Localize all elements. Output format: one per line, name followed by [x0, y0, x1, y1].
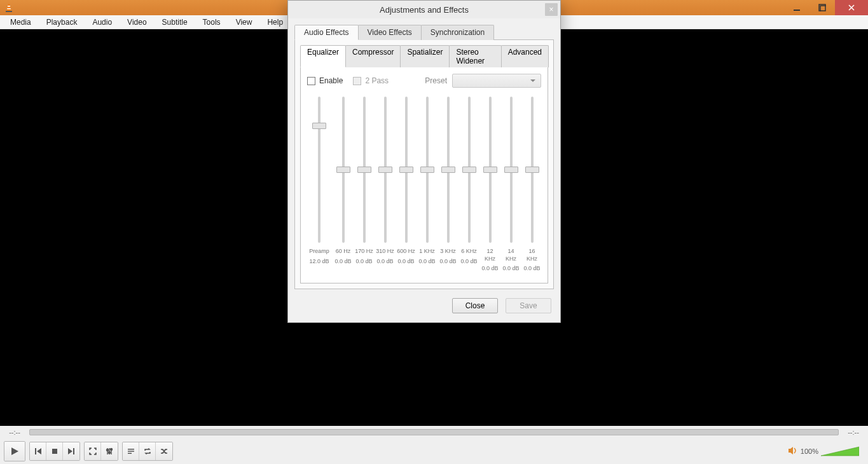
- eq-preamp-slider[interactable]: [318, 97, 320, 243]
- shuffle-button[interactable]: [156, 442, 172, 460]
- eq-band-1-label: 170 Hz: [355, 248, 373, 256]
- dialog-tabbar: Audio Effects Video Effects Synchronizat…: [294, 25, 554, 40]
- eq-band-3-label: 600 Hz: [397, 248, 415, 256]
- svg-marker-0: [7, 3, 11, 11]
- eq-band-7: 12 KHz0.0 dB: [481, 97, 499, 271]
- svg-marker-9: [11, 447, 18, 455]
- eq-band-6-label: 6 KHz: [461, 248, 477, 256]
- close-button[interactable]: [835, 0, 868, 15]
- play-button[interactable]: [4, 442, 25, 461]
- menu-video[interactable]: Video: [120, 17, 154, 28]
- svg-rect-2: [7, 8, 11, 10]
- equalizer-panel: Enable 2 Pass Preset Preamp12.0 dB60 Hz0…: [300, 67, 548, 283]
- subtab-stereo-widener[interactable]: Stereo Widener: [449, 45, 501, 67]
- preset-select[interactable]: [452, 74, 541, 88]
- eq-band-1-slider[interactable]: [363, 97, 366, 243]
- eq-band-2-slider[interactable]: [384, 97, 387, 243]
- eq-band-4: 1 KHz0.0 dB: [418, 97, 436, 271]
- svg-rect-12: [52, 449, 57, 454]
- maximize-button[interactable]: [809, 0, 835, 15]
- eq-band-8-value: 0.0 dB: [503, 265, 520, 271]
- menu-subtitle[interactable]: Subtitle: [155, 17, 195, 28]
- fullscreen-button[interactable]: [85, 442, 101, 460]
- eq-band-8-label: 14 KHz: [502, 248, 520, 263]
- menu-tools[interactable]: Tools: [195, 17, 228, 28]
- eq-preamp-label: Preamp: [309, 248, 329, 256]
- preset-label: Preset: [425, 76, 447, 85]
- eq-band-0-label: 60 Hz: [336, 248, 351, 256]
- subtab-spatializer[interactable]: Spatializer: [400, 45, 450, 67]
- menu-audio[interactable]: Audio: [85, 17, 120, 28]
- eq-band-0-slider[interactable]: [342, 97, 345, 243]
- eq-band-1-value: 0.0 dB: [356, 258, 373, 264]
- eq-band-9-slider[interactable]: [531, 97, 534, 243]
- eq-band-9-value: 0.0 dB: [524, 265, 541, 271]
- tab-synchronization[interactable]: Synchronization: [421, 25, 494, 40]
- eq-band-3: 600 Hz0.0 dB: [397, 97, 415, 271]
- svg-rect-23: [128, 453, 132, 454]
- svg-rect-22: [128, 451, 134, 452]
- eq-band-9-label: 16 KHz: [523, 248, 541, 263]
- eq-band-2-value: 0.0 dB: [377, 258, 394, 264]
- eq-band-5-label: 3 KHz: [440, 248, 456, 256]
- subtab-advanced[interactable]: Advanced: [501, 45, 549, 67]
- svg-marker-11: [37, 448, 41, 454]
- svg-point-20: [111, 449, 113, 451]
- eq-band-6-value: 0.0 dB: [461, 258, 478, 264]
- enable-checkbox[interactable]: Enable: [307, 76, 343, 85]
- extended-settings-button[interactable]: [101, 442, 118, 460]
- svg-rect-4: [794, 10, 800, 11]
- svg-rect-13: [73, 448, 74, 454]
- next-button[interactable]: [63, 442, 79, 460]
- eq-band-3-value: 0.0 dB: [398, 258, 415, 264]
- tab-video-effects[interactable]: Video Effects: [358, 25, 422, 40]
- eq-band-7-value: 0.0 dB: [482, 265, 499, 271]
- seek-bar[interactable]: [29, 429, 839, 435]
- loop-button[interactable]: [139, 442, 156, 460]
- window-controls: [784, 0, 868, 15]
- svg-point-19: [109, 452, 111, 454]
- minimize-button[interactable]: [784, 0, 809, 15]
- volume-percent: 100%: [801, 447, 818, 455]
- adjustments-effects-dialog: Adjustments and Effects × Audio Effects …: [287, 0, 561, 323]
- menu-help[interactable]: Help: [259, 17, 291, 28]
- previous-button[interactable]: [30, 442, 46, 460]
- eq-preamp-value: 12.0 dB: [310, 258, 329, 264]
- subtab-compressor[interactable]: Compressor: [345, 45, 401, 67]
- svg-rect-10: [35, 448, 36, 454]
- eq-band-4-label: 1 KHz: [419, 248, 435, 256]
- eq-band-7-label: 12 KHz: [481, 248, 499, 263]
- eq-band-0-value: 0.0 dB: [335, 258, 352, 264]
- vlc-cone-icon: [4, 3, 14, 13]
- svg-point-18: [107, 449, 109, 451]
- volume-slider[interactable]: [821, 446, 859, 457]
- eq-band-7-slider[interactable]: [489, 97, 492, 243]
- svg-marker-25: [821, 447, 859, 456]
- eq-band-2-label: 310 Hz: [376, 248, 394, 256]
- eq-band-4-slider[interactable]: [426, 97, 429, 243]
- eq-band-6: 6 KHz0.0 dB: [460, 97, 478, 271]
- time-total: --:--: [843, 428, 864, 436]
- audio-subtabbar: Equalizer Compressor Spatializer Stereo …: [300, 45, 548, 67]
- save-button: Save: [506, 298, 551, 313]
- svg-marker-24: [789, 447, 793, 454]
- eq-band-5-slider[interactable]: [447, 97, 450, 243]
- subtab-equalizer[interactable]: Equalizer: [300, 45, 346, 67]
- tab-audio-effects[interactable]: Audio Effects: [294, 25, 359, 40]
- menu-media[interactable]: Media: [3, 17, 39, 28]
- eq-band-0: 60 Hz0.0 dB: [334, 97, 352, 271]
- close-button[interactable]: Close: [452, 298, 498, 313]
- eq-band-4-value: 0.0 dB: [419, 258, 436, 264]
- eq-preamp: Preamp12.0 dB: [307, 97, 331, 271]
- playlist-button[interactable]: [123, 442, 139, 460]
- eq-band-8: 14 KHz0.0 dB: [502, 97, 520, 271]
- stop-button[interactable]: [46, 442, 63, 460]
- dialog-title: Adjustments and Effects ×: [288, 1, 560, 18]
- eq-band-6-slider[interactable]: [468, 97, 471, 243]
- speaker-icon[interactable]: [788, 446, 798, 457]
- eq-band-3-slider[interactable]: [405, 97, 408, 243]
- dialog-close-button[interactable]: ×: [545, 3, 558, 16]
- menu-playback[interactable]: Playback: [39, 17, 85, 28]
- eq-band-8-slider[interactable]: [510, 97, 513, 243]
- menu-view[interactable]: View: [228, 17, 260, 28]
